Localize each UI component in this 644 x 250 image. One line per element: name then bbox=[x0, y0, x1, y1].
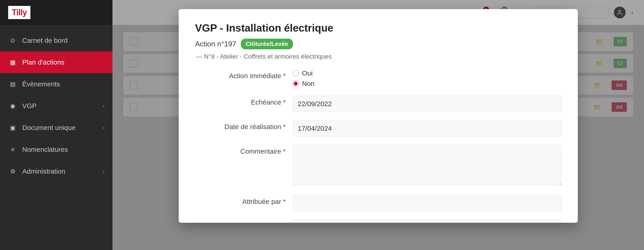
sidebar-item-administration[interactable]: ⚙ Administration › bbox=[0, 161, 112, 182]
date-realisation-control bbox=[292, 120, 562, 137]
required-star: * bbox=[283, 148, 286, 155]
sidebar-nav: ⊙ Carnet de bord ▦ Plan d'actions ▤ Évèn… bbox=[0, 25, 112, 250]
echeance-input[interactable] bbox=[292, 96, 562, 112]
status-badge: Clôturée/Levée bbox=[241, 39, 293, 49]
commentaire-control bbox=[292, 145, 562, 187]
required-star: * bbox=[283, 72, 286, 80]
attribuee-a-row: Attribuée à * bbox=[195, 219, 562, 223]
attribuee-par-input[interactable] bbox=[292, 195, 562, 211]
logo-area: Tilly bbox=[0, 0, 112, 25]
sidebar-item-vgp[interactable]: ◉ VGP › bbox=[0, 95, 112, 117]
date-realisation-input[interactable] bbox=[292, 120, 562, 137]
date-realisation-label: Date de réalisation * bbox=[195, 120, 286, 131]
radio-non-input[interactable] bbox=[292, 80, 299, 87]
plan-icon: ▦ bbox=[8, 58, 17, 67]
main-content: 1 25 › Normal 30/03/2023 📁 bbox=[112, 0, 644, 250]
evenements-icon: ▤ bbox=[8, 80, 17, 89]
sidebar-item-label: Nomenclatures bbox=[22, 146, 104, 153]
logo-box: Tilly bbox=[8, 6, 30, 19]
echeance-row: Echéance * bbox=[195, 96, 562, 112]
sidebar-item-label: Plan d'actions bbox=[22, 58, 104, 66]
sidebar-item-document[interactable]: ▣ Document unique › bbox=[0, 117, 112, 139]
document-icon: ▣ bbox=[8, 123, 17, 132]
vgp-icon: ◉ bbox=[8, 101, 17, 110]
echeance-control bbox=[292, 96, 562, 112]
sidebar-item-label: Carnet de bord bbox=[22, 37, 104, 44]
chevron-right-icon: › bbox=[102, 168, 104, 175]
action-immediate-control: Oui Non bbox=[292, 69, 562, 87]
echeance-label: Echéance * bbox=[195, 96, 286, 106]
administration-icon: ⚙ bbox=[8, 167, 17, 176]
carnet-icon: ⊙ bbox=[8, 36, 17, 45]
action-number-label: Action n°197 bbox=[195, 40, 236, 48]
nomenclatures-icon: ≡ bbox=[8, 145, 17, 154]
required-star: * bbox=[283, 198, 286, 205]
radio-non[interactable]: Non bbox=[292, 80, 562, 87]
attribuee-par-control bbox=[292, 195, 562, 211]
action-immediate-row: Action immédiate * Oui Non bbox=[195, 69, 562, 87]
sidebar: Tilly ⊙ Carnet de bord ▦ Plan d'actions … bbox=[0, 0, 112, 250]
sidebar-item-carnet[interactable]: ⊙ Carnet de bord bbox=[0, 30, 112, 51]
sidebar-item-label: Document unique bbox=[22, 124, 102, 132]
radio-oui-input[interactable] bbox=[292, 70, 299, 76]
required-star: * bbox=[283, 123, 286, 131]
required-star: * bbox=[283, 222, 286, 223]
commentaire-row: Commentaire * bbox=[195, 145, 562, 187]
attribuee-a-control bbox=[292, 219, 562, 223]
chevron-right-icon: › bbox=[102, 103, 104, 109]
modal-dialog: VGP - Installation électrique Action n°1… bbox=[179, 9, 578, 223]
sidebar-item-nomenclatures[interactable]: ≡ Nomenclatures bbox=[0, 139, 112, 161]
sidebar-item-label: VGP bbox=[22, 102, 102, 110]
logo-text: Tilly bbox=[12, 8, 27, 17]
sidebar-item-plan[interactable]: ▦ Plan d'actions bbox=[0, 51, 112, 73]
commentaire-label: Commentaire * bbox=[195, 145, 286, 155]
attribuee-par-row: Attribuée par * bbox=[195, 195, 562, 211]
sidebar-item-label: Administration bbox=[22, 168, 102, 175]
attribuee-a-label: Attribuée à * bbox=[195, 219, 286, 223]
action-row: Action n°197 Clôturée/Levée bbox=[195, 39, 562, 49]
attribuee-par-label: Attribuée par * bbox=[195, 195, 286, 205]
date-realisation-row: Date de réalisation * bbox=[195, 120, 562, 137]
sidebar-item-label: Évènements bbox=[22, 80, 104, 88]
attribuee-a-input[interactable] bbox=[292, 219, 562, 223]
required-star: * bbox=[283, 98, 286, 106]
action-immediate-label: Action immédiate * bbox=[195, 69, 286, 80]
modal-subtitle: N°8 - Atelier - Coffrets et armoires éle… bbox=[195, 53, 562, 60]
sidebar-item-evenements[interactable]: ▤ Évènements bbox=[0, 73, 112, 95]
chevron-right-icon: › bbox=[102, 124, 104, 131]
radio-oui[interactable]: Oui bbox=[292, 69, 562, 77]
commentaire-textarea[interactable] bbox=[292, 145, 562, 185]
modal-title: VGP - Installation électrique bbox=[195, 22, 562, 34]
modal-overlay: VGP - Installation électrique Action n°1… bbox=[112, 0, 644, 250]
